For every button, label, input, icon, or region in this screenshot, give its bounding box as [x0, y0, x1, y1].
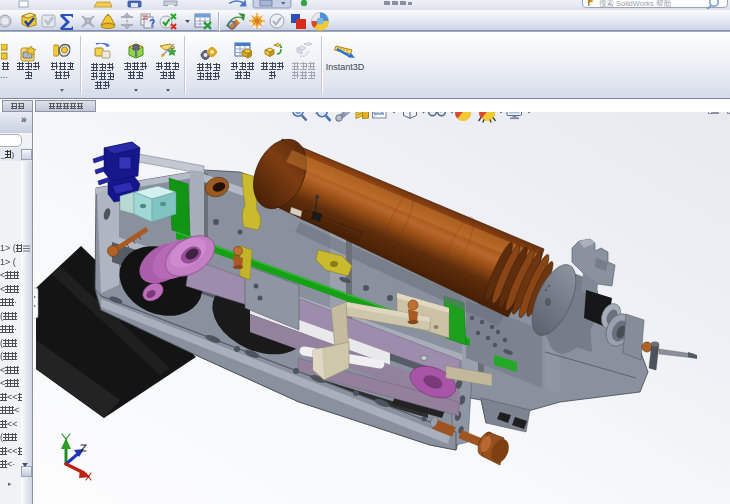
svg-text:?: ? — [149, 18, 155, 29]
svg-text:搜索 SolidWorks 帮助: 搜索 SolidWorks 帮助 — [599, 0, 671, 8]
